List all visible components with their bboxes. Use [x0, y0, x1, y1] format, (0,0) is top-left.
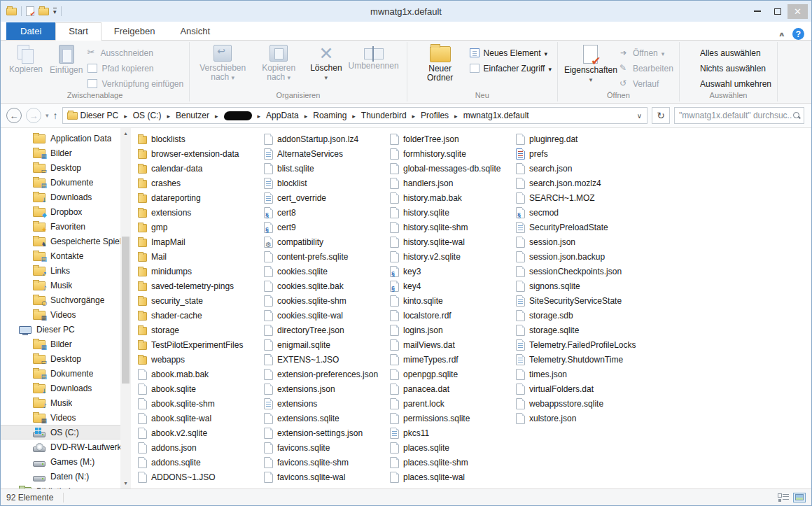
file-item[interactable]: webapps — [136, 352, 262, 367]
file-item[interactable]: logins.json — [388, 323, 514, 337]
sidebar-item[interactable]: DVD-RW-Laufwerk — [1, 440, 120, 454]
sidebar-item[interactable]: ↗ Links — [1, 263, 120, 278]
file-item[interactable]: cert9 — [262, 220, 388, 234]
file-item[interactable]: prefs — [514, 146, 640, 161]
file-item[interactable]: search.json — [514, 161, 640, 176]
file-item[interactable]: blocklist — [262, 176, 388, 190]
file-item[interactable]: enigmail.sqlite — [262, 337, 388, 352]
file-item[interactable]: cert_override — [262, 190, 388, 205]
help-icon[interactable]: ? — [792, 28, 804, 40]
file-item[interactable]: SecurityPreloadState — [514, 220, 640, 234]
file-item[interactable]: security_state — [136, 293, 262, 308]
file-item[interactable]: directoryTree.json — [262, 323, 388, 337]
file-item[interactable]: TestPilotExperimentFiles — [136, 337, 262, 352]
close-button[interactable]: ✕ — [788, 4, 808, 19]
sidebar-item[interactable]: ▤ Kontakte — [1, 248, 120, 263]
properties-icon[interactable] — [26, 6, 34, 16]
up-button[interactable]: ↑ — [53, 110, 58, 121]
file-item[interactable]: extensions.sqlite — [262, 411, 388, 426]
file-item[interactable]: history.sqlite-shm — [388, 220, 514, 234]
file-item[interactable]: handlers.json — [388, 176, 514, 190]
file-item[interactable]: session.json.backup — [514, 249, 640, 264]
scroll-up-icon[interactable]: ▴ — [120, 128, 131, 139]
file-item[interactable]: cookies.sqlite — [262, 264, 388, 279]
file-item[interactable]: storage.sdb — [514, 308, 640, 323]
breadcrumb-item[interactable]: AppData — [252, 111, 299, 120]
sidebar-item[interactable]: ★ Favoriten — [1, 219, 120, 234]
back-button[interactable]: ← — [6, 108, 22, 123]
recent-locations-chevron-icon[interactable] — [46, 112, 49, 119]
file-item[interactable]: addons.sqlite — [136, 455, 262, 470]
file-item[interactable]: history.sqlite-wal — [388, 234, 514, 249]
file-item[interactable]: global-messages-db.sqlite — [388, 161, 514, 176]
scroll-down-icon[interactable]: ▾ — [120, 478, 131, 489]
sidebar-item[interactable]: ♪ Musik — [1, 278, 120, 293]
sidebar-item[interactable]: ▦ Videos — [1, 410, 120, 425]
sidebar-item[interactable]: ♞ Gespeicherte Spiele — [1, 234, 120, 248]
forward-button[interactable]: → — [26, 108, 41, 123]
sidebar-item[interactable]: OS (C:) — [1, 425, 120, 440]
invert-selection-button[interactable]: Auswahl umkehren — [685, 77, 771, 90]
file-item[interactable]: openpgp.sqlite — [388, 367, 514, 381]
file-item[interactable]: session.json — [514, 234, 640, 249]
sidebar-item[interactable]: ▭ Desktop — [1, 160, 120, 175]
sidebar-item[interactable]: Application Data — [1, 131, 120, 146]
tab-share[interactable]: Freigeben — [102, 23, 168, 40]
refresh-button[interactable]: ↻ — [652, 107, 670, 124]
file-item[interactable]: extensions.json — [262, 381, 388, 396]
copy-to-button[interactable]: Kopieren nach — [251, 44, 306, 83]
sidebar-item[interactable]: ▦ Bilder — [1, 337, 120, 351]
paste-button[interactable]: Einfügen — [47, 44, 85, 76]
file-item[interactable]: search.json.mozlz4 — [514, 176, 640, 190]
select-none-button[interactable]: Nichts auswählen — [685, 62, 771, 75]
file-item[interactable]: places.sqlite — [388, 440, 514, 455]
cut-button[interactable]: Ausschneiden — [87, 46, 183, 59]
sidebar-item[interactable]: ↓ Downloads — [1, 381, 120, 395]
file-item[interactable]: Telemetry.ShutdownTime — [514, 352, 640, 367]
file-item[interactable]: SiteSecurityServiceState — [514, 293, 640, 308]
sidebar-item[interactable]: ▦ Videos — [1, 307, 120, 322]
file-item[interactable]: cookies.sqlite.bak — [262, 279, 388, 293]
minimize-button[interactable] — [747, 4, 767, 19]
scrollbar-thumb[interactable] — [122, 237, 130, 384]
file-item[interactable]: secmod — [514, 205, 640, 220]
file-item[interactable]: cert8 — [262, 205, 388, 220]
rename-button[interactable]: Umbenennen — [346, 44, 401, 71]
delete-button[interactable]: ✕ Löschen — [307, 44, 344, 83]
file-item[interactable]: Mail — [136, 249, 262, 264]
file-item[interactable]: places.sqlite-shm — [388, 455, 514, 470]
file-item[interactable]: signons.sqlite — [514, 279, 640, 293]
address-box[interactable]: Dieser PC OS (C:) Benutzer AppData Roami… — [62, 107, 648, 124]
tab-file[interactable]: Datei — [6, 22, 55, 40]
file-item[interactable]: places.sqlite-wal — [388, 470, 514, 484]
file-item[interactable]: extension-preferences.json — [262, 367, 388, 381]
breadcrumb-item[interactable]: Benutzer — [161, 111, 209, 120]
file-item[interactable]: history.sqlite — [388, 205, 514, 220]
sidebar-item[interactable]: ▤ Dokumente — [1, 175, 120, 190]
file-item[interactable]: content-prefs.sqlite — [262, 249, 388, 264]
file-item[interactable]: addonStartup.json.lz4 — [262, 132, 388, 146]
select-all-button[interactable]: Alles auswählen — [685, 46, 771, 59]
file-item[interactable]: abook.v2.sqlite — [136, 426, 262, 440]
file-item[interactable]: calendar-data — [136, 161, 262, 176]
breadcrumb-item[interactable] — [209, 111, 252, 120]
file-item[interactable]: addons.json — [136, 440, 262, 455]
file-item[interactable]: mailViews.dat — [388, 337, 514, 352]
file-item[interactable]: browser-extension-data — [136, 146, 262, 161]
file-item[interactable]: abook.sqlite — [136, 381, 262, 396]
new-item-button[interactable]: Neues Element — [469, 46, 552, 59]
breadcrumb-item[interactable]: Dieser PC — [80, 111, 119, 120]
sidebar-item[interactable]: Dieser PC — [1, 322, 120, 337]
tab-start[interactable]: Start — [55, 22, 101, 41]
file-item[interactable]: abook.mab.bak — [136, 367, 262, 381]
sidebar-item[interactable]: ♪ Musik — [1, 395, 120, 410]
file-item[interactable]: saved-telemetry-pings — [136, 279, 262, 293]
file-item[interactable]: sessionCheckpoints.json — [514, 264, 640, 279]
breadcrumb-item[interactable]: Profiles — [407, 111, 449, 120]
file-item[interactable]: extensions — [136, 205, 262, 220]
file-item[interactable]: blist.sqlite — [262, 161, 388, 176]
file-item[interactable]: minidumps — [136, 264, 262, 279]
sidebar-item[interactable]: ↓ Downloads — [1, 190, 120, 204]
address-dropdown-chevron-icon[interactable]: ∨ — [635, 112, 644, 120]
file-item[interactable]: formhistory.sqlite — [388, 146, 514, 161]
